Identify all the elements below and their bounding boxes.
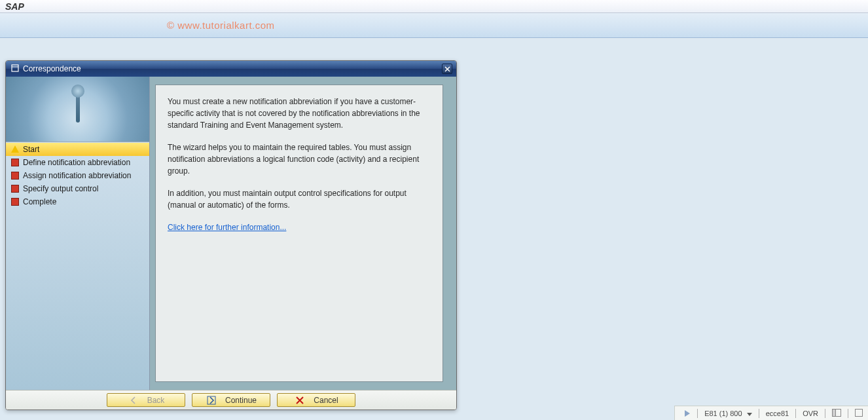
main-area: Correspondence Start Define notification… [0,38,868,420]
wizard-dialog: Correspondence Start Define notification… [5,60,457,410]
status-session[interactable]: E81 (1) 800 [704,410,752,417]
content-paragraph: In addition, you must maintain output co… [168,187,431,211]
status-indicator-icon [685,410,690,417]
cancel-button[interactable]: Cancel [277,393,355,407]
svg-rect-3 [833,409,836,416]
close-button[interactable] [442,64,452,74]
step-assign-notification-abbreviation[interactable]: Assign notification abbreviation [6,169,149,182]
content-paragraph: The wizard helps you to maintain the req… [168,142,431,177]
app-title-bar: SAP [0,0,868,13]
status-collapse-icon[interactable] [855,409,863,418]
separator [825,409,825,418]
pending-icon [11,172,19,180]
content-paragraph: You must create a new notification abbre… [168,96,431,131]
status-session-text: E81 (1) 800 [704,410,742,417]
dropdown-icon [747,413,752,416]
button-label: Back [147,396,165,405]
back-button: Back [107,393,185,407]
step-label: Specify output control [23,184,98,193]
watermark-text: © www.tutorialkart.com [167,20,275,31]
svg-rect-4 [856,409,863,416]
status-server: ecce81 [766,410,789,417]
step-specify-output-control[interactable]: Specify output control [6,182,149,195]
wizard-decorative-image [6,77,149,142]
cancel-icon [294,395,306,406]
step-label: Complete [23,197,56,206]
separator [759,409,759,418]
close-icon [444,66,450,72]
step-define-notification-abbreviation[interactable]: Define notification abbreviation [6,156,149,169]
pending-icon [11,159,19,166]
app-title: SAP [5,1,24,12]
warning-icon [11,145,19,153]
step-label: Define notification abbreviation [23,158,130,167]
status-mode: OVR [803,410,818,417]
dialog-title: Correspondence [23,64,81,73]
back-icon [128,395,139,406]
svg-rect-0 [12,65,18,71]
further-info-link[interactable]: Click here for further information... [168,223,286,232]
step-label: Start [23,145,39,154]
separator [848,409,848,418]
status-layout-icon[interactable] [832,409,841,418]
separator [697,409,698,418]
app-toolbar: © www.tutorialkart.com [0,13,868,38]
dialog-body: Start Define notification abbreviation A… [6,77,456,390]
wizard-step-list: Start Define notification abbreviation A… [6,142,149,390]
svg-rect-1 [208,396,215,404]
button-label: Continue [225,396,257,405]
step-start[interactable]: Start [6,143,149,156]
continue-icon [206,395,217,406]
pending-icon [11,185,19,193]
separator [795,409,796,418]
continue-button[interactable]: Continue [192,393,270,407]
step-label: Assign notification abbreviation [23,171,131,180]
dialog-footer: Back Continue Cancel [6,390,456,410]
wizard-right-panel: You must create a new notification abbre… [150,77,456,390]
wizard-left-panel: Start Define notification abbreviation A… [6,77,150,390]
wizard-content: You must create a new notification abbre… [155,85,443,382]
status-bar: E81 (1) 800 ecce81 OVR [674,406,868,420]
dialog-titlebar[interactable]: Correspondence [6,61,456,77]
dialog-icon [11,64,19,74]
step-complete[interactable]: Complete [6,195,149,208]
pending-icon [11,198,19,206]
button-label: Cancel [314,396,338,405]
